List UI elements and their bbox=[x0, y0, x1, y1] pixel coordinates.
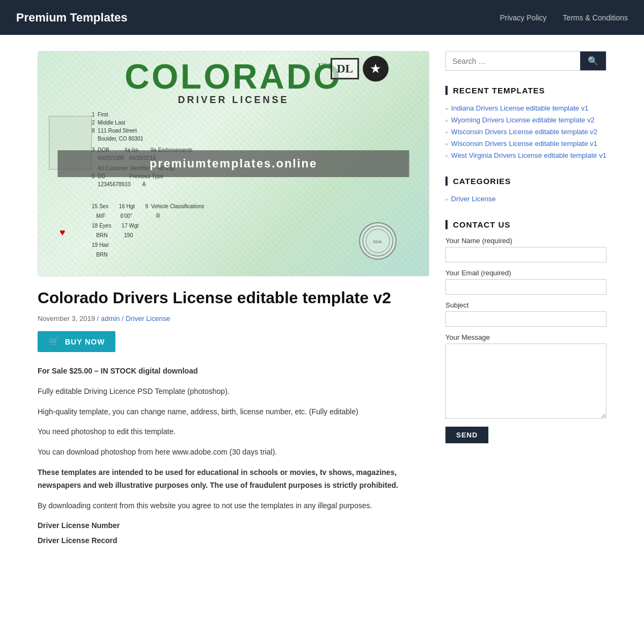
contact-widget: CONTACT US Your Name (required) Your Ema… bbox=[445, 220, 606, 443]
recent-template-link[interactable]: Wyoming Drivers License editable templat… bbox=[451, 116, 595, 124]
name-field-group: Your Name (required) bbox=[445, 237, 606, 262]
dl-info-line: 2 Middle Last bbox=[92, 119, 193, 127]
send-button[interactable]: SEND bbox=[445, 427, 488, 443]
categories-title: CATEGORIES bbox=[445, 177, 606, 186]
subject-label: Subject bbox=[445, 301, 606, 309]
recent-template-link[interactable]: Indiana Drivers License editable templat… bbox=[451, 104, 589, 112]
list-item: Wisconsin Drivers License editable templ… bbox=[445, 126, 606, 138]
dl-bottom-line: 18 Eyes 17 Wgt bbox=[92, 221, 204, 231]
dl-watermark: premiumtemplates.online bbox=[57, 150, 409, 177]
dl-info-line: 12345678910 A bbox=[92, 180, 193, 188]
recent-templates-list: Indiana Drivers License editable templat… bbox=[445, 103, 606, 162]
para2: High-quality template, you can change na… bbox=[38, 406, 429, 419]
dl-box: DL bbox=[331, 58, 359, 79]
cart-icon: 🛒 bbox=[48, 336, 60, 347]
email-field-group: Your Email (required) bbox=[445, 269, 606, 295]
search-icon: 🔍 bbox=[588, 56, 598, 65]
buy-now-label: BUY NOW bbox=[65, 338, 105, 346]
subject-field-group: Subject bbox=[445, 301, 606, 327]
dl-subtitle: DRIVER LICENSE bbox=[178, 94, 289, 106]
contact-title: CONTACT US bbox=[445, 220, 606, 229]
post-author[interactable]: admin bbox=[101, 314, 120, 323]
dl-seal: SEAL bbox=[359, 222, 397, 260]
contact-form: Your Name (required) Your Email (require… bbox=[445, 237, 606, 443]
post-image: COLORADO USA DL ★ DRIVER LICENSE 1 First… bbox=[38, 51, 429, 276]
dl-bottom-line: 15 Sex 16 Hgt 9 Vehicle Classifications bbox=[92, 202, 204, 211]
subject-input[interactable] bbox=[445, 311, 606, 327]
dl-card: COLORADO USA DL ★ DRIVER LICENSE 1 First… bbox=[38, 52, 429, 276]
list-item: Indiana Drivers License editable templat… bbox=[445, 103, 606, 114]
category-link[interactable]: Driver License bbox=[451, 195, 496, 203]
post-category[interactable]: Driver License bbox=[126, 314, 170, 323]
heading2: Driver License Record bbox=[38, 535, 429, 547]
disclaimer-text: These templates are intended to be used … bbox=[38, 466, 429, 492]
heading1: Driver License Number bbox=[38, 519, 429, 532]
search-widget: 🔍 bbox=[445, 51, 606, 71]
dl-state-title: COLORADO bbox=[125, 57, 342, 97]
message-field-group: Your Message bbox=[445, 333, 606, 420]
list-item: Wyoming Drivers License editable templat… bbox=[445, 114, 606, 126]
buy-now-button[interactable]: 🛒 BUY NOW bbox=[38, 331, 115, 352]
for-sale-text: For Sale $25.00 – IN STOCK digital downl… bbox=[38, 365, 429, 378]
message-textarea[interactable] bbox=[445, 343, 606, 419]
para3: You need photoshop to edit this template… bbox=[38, 426, 429, 438]
post-meta: November 3, 2019 / admin / Driver Licens… bbox=[38, 314, 429, 323]
dl-bottom-line: 19 Hair bbox=[92, 240, 204, 250]
post-title: Colorado Drivers License editable templa… bbox=[38, 287, 429, 308]
email-label: Your Email (required) bbox=[445, 269, 606, 277]
terms-conditions-link[interactable]: Terms & Conditions bbox=[563, 13, 628, 22]
svg-text:SEAL: SEAL bbox=[373, 240, 383, 244]
list-item: Driver License bbox=[445, 193, 606, 205]
recent-templates-widget: RECENT TEMPLATES Indiana Drivers License… bbox=[445, 86, 606, 162]
list-item: West Virginia Drivers License editable t… bbox=[445, 150, 606, 162]
site-title[interactable]: Premium Templates bbox=[16, 11, 127, 25]
categories-widget: CATEGORIES Driver License bbox=[445, 177, 606, 205]
sidebar: 🔍 RECENT TEMPLATES Indiana Drivers Licen… bbox=[445, 51, 606, 458]
para5: By downloading content from this website… bbox=[38, 500, 429, 513]
recent-template-link[interactable]: West Virginia Drivers License editable t… bbox=[451, 151, 606, 159]
page-wrap: COLORADO USA DL ★ DRIVER LICENSE 1 First… bbox=[27, 51, 617, 550]
dl-heart-icon: ♥ bbox=[60, 227, 65, 238]
para1: Fully editable Driving Licence PSD Templ… bbox=[38, 385, 429, 398]
categories-list: Driver License bbox=[445, 193, 606, 205]
privacy-policy-link[interactable]: Privacy Policy bbox=[500, 13, 546, 22]
recent-template-link[interactable]: Wisconsin Drivers License editable templ… bbox=[451, 140, 597, 148]
dl-usa: USA bbox=[318, 61, 332, 70]
name-label: Your Name (required) bbox=[445, 237, 606, 245]
recent-templates-title: RECENT TEMPLATES bbox=[445, 86, 606, 95]
dl-bottom-info: 15 Sex 16 Hgt 9 Vehicle Classifications … bbox=[92, 202, 204, 260]
site-header: Premium Templates Privacy Policy Terms &… bbox=[0, 0, 644, 35]
main-nav: Privacy Policy Terms & Conditions bbox=[500, 13, 628, 22]
main-content: COLORADO USA DL ★ DRIVER LICENSE 1 First… bbox=[38, 51, 429, 550]
name-input[interactable] bbox=[445, 247, 606, 262]
dl-bottom-line: BRN 190 bbox=[92, 231, 204, 240]
post-body: For Sale $25.00 – IN STOCK digital downl… bbox=[38, 365, 429, 547]
dl-info-line: 8 111 Road Street bbox=[92, 127, 193, 135]
dl-bottom-line: BRN bbox=[92, 250, 204, 260]
post-date: November 3, 2019 bbox=[38, 314, 95, 323]
para4: You can download photoshop from here www… bbox=[38, 446, 429, 459]
dl-info-line: Boulder, CO 80301 bbox=[92, 135, 193, 143]
email-input[interactable] bbox=[445, 279, 606, 295]
recent-template-link[interactable]: Wisconsin Drivers License editable templ… bbox=[451, 128, 597, 136]
message-label: Your Message bbox=[445, 333, 606, 341]
dl-star-icon: ★ bbox=[363, 56, 389, 82]
dl-info-line: 1 First bbox=[92, 111, 193, 119]
dl-bottom-line: M/F 6'00" R bbox=[92, 211, 204, 221]
list-item: Wisconsin Drivers License editable templ… bbox=[445, 138, 606, 150]
search-input[interactable] bbox=[446, 52, 580, 70]
search-button[interactable]: 🔍 bbox=[580, 52, 606, 70]
